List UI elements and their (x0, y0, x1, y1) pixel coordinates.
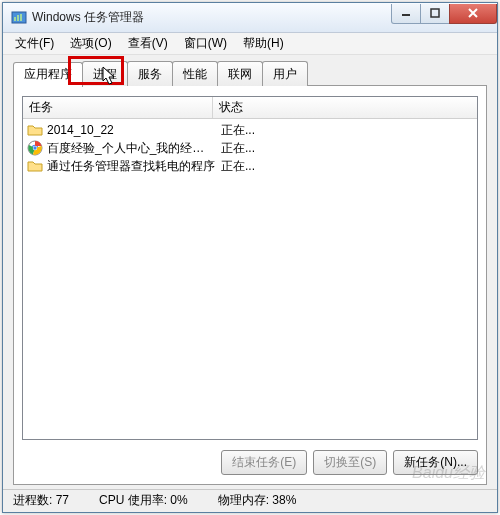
statusbar: 进程数: 77 CPU 使用率: 0% 物理内存: 38% (3, 489, 497, 511)
svg-rect-4 (402, 14, 410, 16)
task-status: 正在... (215, 158, 255, 175)
menu-help[interactable]: 帮助(H) (235, 33, 292, 54)
svg-rect-2 (17, 15, 19, 21)
tab-performance[interactable]: 性能 (172, 61, 218, 86)
column-status[interactable]: 状态 (213, 97, 477, 118)
tab-services[interactable]: 服务 (127, 61, 173, 86)
tab-users[interactable]: 用户 (262, 61, 308, 86)
task-list[interactable]: 任务 状态 2014_10_22正在...百度经验_个人中心_我的经验 -...… (22, 96, 478, 440)
svg-point-9 (33, 146, 36, 149)
task-manager-window: Windows 任务管理器 文件(F) 选项(O) 查看(V) 窗口(W) 帮助… (2, 2, 498, 513)
window-title: Windows 任务管理器 (32, 9, 392, 26)
svg-rect-1 (14, 17, 16, 21)
tab-networking[interactable]: 联网 (217, 61, 263, 86)
minimize-button[interactable] (391, 4, 421, 24)
svg-rect-3 (20, 14, 22, 21)
tab-panel-applications: 任务 状态 2014_10_22正在...百度经验_个人中心_我的经验 -...… (13, 85, 487, 485)
close-button[interactable] (449, 4, 497, 24)
table-row[interactable]: 百度经验_个人中心_我的经验 -...正在... (23, 139, 477, 157)
menubar: 文件(F) 选项(O) 查看(V) 窗口(W) 帮助(H) (3, 33, 497, 55)
new-task-button[interactable]: 新任务(N)... (393, 450, 478, 475)
task-name: 百度经验_个人中心_我的经验 -... (47, 140, 215, 157)
task-name: 通过任务管理器查找耗电的程序 (47, 158, 215, 175)
folder-icon (27, 122, 43, 138)
tab-strip: 应用程序 进程 服务 性能 联网 用户 (13, 61, 487, 86)
menu-window[interactable]: 窗口(W) (176, 33, 235, 54)
menu-view[interactable]: 查看(V) (120, 33, 176, 54)
maximize-button[interactable] (420, 4, 450, 24)
svg-rect-5 (431, 9, 439, 17)
table-row[interactable]: 2014_10_22正在... (23, 121, 477, 139)
maximize-icon (430, 8, 440, 18)
status-processes: 进程数: 77 (13, 492, 69, 509)
task-name: 2014_10_22 (47, 123, 215, 137)
close-icon (467, 7, 479, 19)
status-cpu: CPU 使用率: 0% (99, 492, 188, 509)
folder-icon (27, 158, 43, 174)
menu-options[interactable]: 选项(O) (62, 33, 119, 54)
task-status: 正在... (215, 122, 255, 139)
minimize-icon (401, 8, 411, 18)
table-row[interactable]: 通过任务管理器查找耗电的程序正在... (23, 157, 477, 175)
menu-file[interactable]: 文件(F) (7, 33, 62, 54)
titlebar[interactable]: Windows 任务管理器 (3, 3, 497, 33)
tab-processes[interactable]: 进程 (82, 61, 128, 86)
status-memory: 物理内存: 38% (218, 492, 297, 509)
switch-to-button[interactable]: 切换至(S) (313, 450, 387, 475)
column-task[interactable]: 任务 (23, 97, 213, 118)
button-row: 结束任务(E) 切换至(S) 新任务(N)... (22, 450, 478, 475)
chrome-icon (27, 140, 43, 156)
end-task-button[interactable]: 结束任务(E) (221, 450, 307, 475)
tab-applications[interactable]: 应用程序 (13, 62, 83, 87)
task-status: 正在... (215, 140, 255, 157)
app-icon (11, 10, 27, 26)
list-header: 任务 状态 (23, 97, 477, 119)
